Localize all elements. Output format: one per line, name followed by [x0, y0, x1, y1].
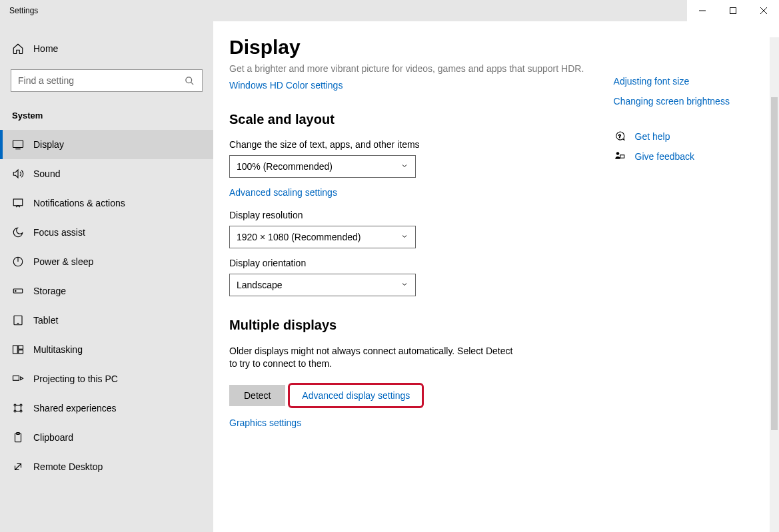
- nav-label: Projecting to this PC: [33, 374, 118, 384]
- svg-rect-9: [13, 199, 23, 206]
- resolution-label: Display resolution: [229, 210, 587, 220]
- svg-rect-17: [19, 346, 23, 349]
- svg-marker-8: [13, 170, 18, 178]
- page-title: Display: [229, 36, 587, 59]
- svg-line-5: [191, 82, 193, 85]
- scrollbar[interactable]: [770, 37, 779, 532]
- tablet-icon: [12, 314, 24, 326]
- titlebar: Settings: [0, 0, 779, 21]
- nav-item-shared-experiences[interactable]: Shared experiences: [0, 394, 213, 423]
- multiple-displays-text: Older displays might not always connect …: [229, 345, 522, 371]
- display-icon: [12, 138, 24, 150]
- power-icon: [12, 256, 24, 268]
- advanced-display-highlight: Advanced display settings: [288, 383, 424, 408]
- nav-item-notifications[interactable]: Notifications & actions: [0, 188, 213, 218]
- multitasking-icon: [12, 344, 24, 356]
- orientation-dropdown[interactable]: Landscape: [229, 274, 416, 296]
- window-title: Settings: [0, 6, 38, 15]
- nav-label: Shared experiences: [33, 403, 117, 413]
- home-icon: [12, 43, 24, 55]
- changing-brightness-link[interactable]: Changing screen brightness: [614, 96, 779, 107]
- nav-label: Focus assist: [33, 227, 85, 238]
- svg-rect-19: [13, 376, 19, 381]
- svg-point-13: [15, 290, 17, 292]
- give-feedback-row[interactable]: Give feedback: [614, 150, 779, 162]
- search-input[interactable]: [11, 69, 203, 92]
- nav-item-power-sleep[interactable]: Power & sleep: [0, 247, 213, 276]
- sound-icon: [12, 168, 24, 180]
- content-column: Display Get a brighter and more vibrant …: [229, 36, 587, 532]
- nav-item-multitasking[interactable]: Multitasking: [0, 335, 213, 364]
- nav-label: Notifications & actions: [33, 198, 125, 208]
- orientation-label: Display orientation: [229, 258, 587, 268]
- chevron-down-icon: [400, 232, 408, 242]
- main-content: Display Get a brighter and more vibrant …: [213, 21, 779, 532]
- nav-item-focus-assist[interactable]: Focus assist: [0, 218, 213, 247]
- maximize-button[interactable]: [718, 0, 748, 21]
- nav-label: Power & sleep: [33, 256, 93, 267]
- notifications-icon: [12, 197, 24, 209]
- nav-item-remote-desktop[interactable]: Remote Desktop: [0, 452, 213, 481]
- nav-label: Display: [33, 139, 64, 150]
- search-icon: [184, 75, 195, 87]
- svg-rect-6: [13, 140, 23, 148]
- advanced-display-link[interactable]: Advanced display settings: [302, 390, 410, 401]
- resolution-dropdown[interactable]: 1920 × 1080 (Recommended): [229, 226, 416, 248]
- adjusting-font-size-link[interactable]: Adjusting font size: [614, 76, 779, 87]
- close-button[interactable]: [748, 0, 779, 21]
- nav-item-display[interactable]: Display: [0, 130, 213, 159]
- svg-rect-33: [620, 155, 624, 158]
- svg-point-4: [186, 77, 192, 83]
- get-help-icon: ?: [614, 131, 626, 142]
- graphics-settings-link[interactable]: Graphics settings: [229, 417, 587, 428]
- search-field[interactable]: [18, 75, 184, 86]
- chevron-down-icon: [400, 161, 408, 172]
- svg-point-32: [616, 152, 619, 155]
- scrollbar-thumb[interactable]: [771, 97, 778, 430]
- home-label: Home: [33, 43, 58, 54]
- focus-assist-icon: [12, 226, 24, 238]
- nav-item-projecting[interactable]: Projecting to this PC: [0, 364, 213, 394]
- resolution-value: 1920 × 1080 (Recommended): [237, 232, 361, 242]
- nav-item-tablet[interactable]: Tablet: [0, 306, 213, 335]
- svg-point-21: [20, 404, 22, 406]
- feedback-icon: [614, 150, 626, 162]
- home-button[interactable]: Home: [0, 37, 213, 60]
- detect-button[interactable]: Detect: [229, 385, 285, 406]
- shared-icon: [12, 402, 24, 414]
- svg-point-23: [20, 410, 22, 412]
- right-rail: Adjusting font size Changing screen brig…: [614, 36, 779, 532]
- svg-rect-18: [19, 350, 23, 354]
- remote-desktop-icon: [12, 461, 24, 473]
- chevron-down-icon: [400, 280, 408, 290]
- projecting-icon: [12, 373, 24, 385]
- svg-rect-1: [730, 8, 736, 14]
- scale-label: Change the size of text, apps, and other…: [229, 139, 587, 150]
- nav-label: Sound: [33, 168, 60, 179]
- svg-line-30: [15, 464, 21, 470]
- section-heading: System: [0, 107, 213, 130]
- give-feedback-link[interactable]: Give feedback: [635, 151, 695, 162]
- svg-point-20: [14, 404, 16, 406]
- minimize-button[interactable]: [687, 0, 718, 21]
- nav-label: Tablet: [33, 315, 58, 326]
- scale-dropdown[interactable]: 100% (Recommended): [229, 155, 416, 178]
- scale-value: 100% (Recommended): [237, 161, 333, 172]
- sidebar: Home System Display Sound Notifications …: [0, 21, 213, 532]
- nav-label: Remote Desktop: [33, 461, 103, 472]
- scale-layout-heading: Scale and layout: [229, 112, 587, 127]
- multiple-displays-heading: Multiple displays: [229, 318, 587, 333]
- svg-rect-16: [13, 346, 18, 354]
- orientation-value: Landscape: [237, 280, 283, 290]
- storage-icon: [12, 285, 24, 297]
- nav-item-storage[interactable]: Storage: [0, 276, 213, 306]
- advanced-scaling-link[interactable]: Advanced scaling settings: [229, 187, 587, 198]
- nav-item-clipboard[interactable]: Clipboard: [0, 423, 213, 452]
- nav-item-sound[interactable]: Sound: [0, 159, 213, 188]
- hdr-description: Get a brighter and more vibrant picture …: [229, 63, 587, 76]
- get-help-link[interactable]: Get help: [635, 131, 670, 142]
- nav-label: Multitasking: [33, 344, 83, 355]
- hd-color-link[interactable]: Windows HD Color settings: [229, 80, 587, 91]
- get-help-row[interactable]: ? Get help: [614, 131, 779, 142]
- nav-label: Clipboard: [33, 432, 73, 443]
